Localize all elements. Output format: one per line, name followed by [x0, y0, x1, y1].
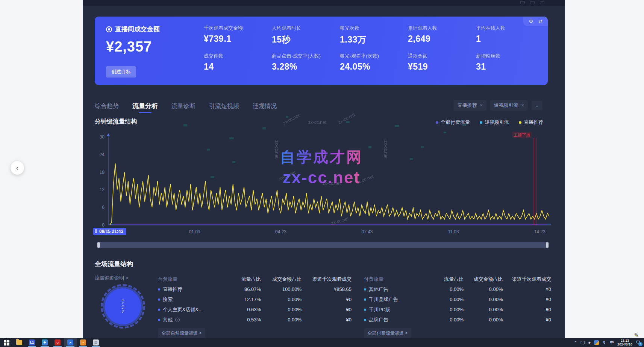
microphone-icon[interactable]: 🎙: [602, 340, 606, 345]
traffic-structure-title: 全场流量结构: [95, 260, 133, 268]
col-header: 付费流量: [364, 276, 427, 283]
kpi-metric: 曝光-观看率(次数)24.05%: [340, 53, 400, 78]
chart-range-slider[interactable]: [97, 242, 549, 248]
tag-remove-icon[interactable]: ×: [480, 103, 483, 108]
tab-综合趋势[interactable]: 综合趋势: [95, 102, 119, 113]
kpi-metric: 人均观看时长15秒: [272, 25, 332, 50]
tab-违规情况[interactable]: 违规情况: [253, 102, 277, 113]
kpi-metric: 商品点击-成交率(人数)3.28%: [272, 53, 332, 78]
paid-traffic-table: 付费流量流量占比成交金额占比渠道千次观看成交其他广告0.00%0.00%¥0千川…: [364, 274, 551, 338]
kpi-metric-value: 24.05%: [340, 62, 400, 72]
ime-indicator[interactable]: 中: [610, 340, 614, 345]
tray-chevron-icon[interactable]: ⌃: [574, 340, 577, 345]
channel-gpm: ¥0: [503, 307, 551, 312]
tab-流量分析[interactable]: 流量分析: [132, 102, 158, 113]
traffic-share: 0.53%: [223, 317, 261, 323]
tab-流量诊断[interactable]: 流量诊断: [171, 102, 195, 113]
traffic-donut-chart[interactable]: 86.07%: [101, 284, 145, 329]
taskbar-app-red-ring[interactable]: ○: [51, 338, 64, 347]
all-channels-link[interactable]: 全部自然流量渠道 >: [158, 328, 205, 338]
notepad-icon: ▤: [93, 339, 99, 345]
channel-label: 千川品牌广告: [369, 296, 398, 303]
filter-tag[interactable]: 短视频引流×: [490, 100, 528, 111]
legend-dot: [436, 121, 438, 124]
chart-legend: 全部付费流量短视频引流直播推荐: [436, 119, 543, 126]
table-row[interactable]: 千川品牌广告0.00%0.00%¥0: [364, 294, 551, 304]
info-icon[interactable]: ?: [175, 318, 180, 322]
banner-toolbar: ⚙ ⇄: [523, 17, 548, 26]
table-row[interactable]: 直播推荐86.07%100.00%¥858.65: [158, 284, 352, 294]
all-channels-link[interactable]: 全部付费流量渠道 >: [364, 328, 411, 338]
taskbar-app-L1[interactable]: L1: [26, 338, 38, 347]
legend-label: 全部付费流量: [441, 119, 470, 126]
titlebar-icon[interactable]: [540, 1, 544, 4]
channel-gpm: ¥0: [302, 307, 352, 312]
swap-icon[interactable]: ⇄: [538, 18, 542, 24]
taskbar-app-explorer[interactable]: [13, 338, 26, 347]
table-row[interactable]: 品牌广告0.00%0.00%¥0: [364, 315, 551, 325]
channel-dot: [364, 319, 366, 321]
legend-item-短视频引流[interactable]: 短视频引流: [480, 119, 509, 126]
taskbar-app-start[interactable]: [0, 338, 13, 347]
kpi-metric: 累计观看人数2,649: [408, 25, 468, 50]
taskbar-app-blue-cursor[interactable]: ➤: [64, 338, 77, 347]
filter-dropdown-chevron-icon[interactable]: ⌄: [532, 101, 542, 110]
legend-item-全部付费流量[interactable]: 全部付费流量: [436, 119, 470, 126]
gmv-share: 100.00%: [261, 286, 302, 292]
minute-traffic-chart[interactable]: 0612182430: [95, 132, 552, 227]
kpi-metrics: 千次观看成交金额¥739.1成交件数14人均观看时长15秒商品点击-成交率(人数…: [200, 25, 536, 78]
traffic-share: 0.00%: [427, 317, 464, 323]
channel-name: 千川PC版: [364, 306, 427, 313]
channel-dot: [364, 288, 366, 291]
channel-name: 其他广告: [364, 286, 427, 293]
taskbar-app-notepad[interactable]: ▤: [89, 338, 102, 347]
tray-app-icon[interactable]: [594, 340, 599, 345]
legend-dot: [480, 121, 482, 124]
titlebar-icon[interactable]: [530, 1, 535, 4]
channel-label: 其他广告: [369, 286, 388, 293]
speaker-icon[interactable]: 🕩: [588, 340, 591, 345]
filter-tag[interactable]: 直播推荐×: [454, 100, 486, 111]
table-row[interactable]: 其他?0.53%0.00%¥0: [158, 315, 352, 325]
channel-note-link[interactable]: 流量渠道说明 >: [95, 275, 128, 282]
tab-引流短视频[interactable]: 引流短视频: [209, 102, 239, 113]
gmv-share: 0.00%: [261, 317, 302, 323]
titlebar-icon[interactable]: [520, 1, 525, 4]
traffic-share: 0.63%: [223, 307, 261, 312]
table-row[interactable]: 个人主页&店铺&...0.63%0.00%¥0: [158, 304, 352, 315]
taskbar-clock[interactable]: 23:13 2024/8/16: [617, 339, 632, 346]
taskbar-app-teal-plus[interactable]: ✚: [38, 338, 51, 347]
channel-dot: [158, 309, 160, 311]
kpi-metric-label: 曝光-观看率(次数): [340, 53, 400, 59]
page-back-button[interactable]: ‹: [11, 161, 24, 175]
table-row[interactable]: 千川PC版0.00%0.00%¥0: [364, 304, 551, 315]
kpi-metric-label: 成交件数: [204, 53, 264, 59]
kpi-metric-label: 累计观看人数: [408, 25, 468, 32]
clock-date: 2024/8/16: [617, 342, 632, 346]
kpi-metric-label: 新增粉丝数: [476, 53, 536, 59]
svg-text:24: 24: [100, 152, 105, 157]
taskbar-app-orange-dot[interactable]: •: [77, 338, 89, 347]
time-start-badge[interactable]: 08/15 21:43: [93, 228, 126, 235]
range-slider-right-handle[interactable]: [546, 242, 549, 248]
network-icon[interactable]: 🖵: [580, 340, 585, 345]
analytics-tabs: 综合趋势流量分析流量诊断引流短视频违规情况: [95, 102, 277, 113]
gmv-share: 0.00%: [464, 307, 503, 312]
channel-name: 其他?: [158, 317, 223, 323]
app-plus-icon: ✚: [42, 339, 48, 345]
x-tick-label: 04:23: [275, 229, 286, 234]
gear-icon[interactable]: ⚙: [529, 18, 533, 24]
range-slider-left-handle[interactable]: [97, 242, 100, 248]
kpi-metric-value: 1.33万: [340, 34, 400, 46]
channel-label: 品牌广告: [369, 317, 388, 323]
table-row[interactable]: 其他广告0.00%0.00%¥0: [364, 284, 551, 294]
channel-gpm: ¥0: [503, 286, 551, 292]
create-goal-button[interactable]: 创建目标: [106, 66, 136, 78]
windows-taskbar: L1✚○➤•▤ ⌃ 🖵 🕩 🎙 中 23:13 2024/8/16 🗨3: [0, 338, 644, 347]
notification-icon[interactable]: 🗨3: [636, 340, 640, 345]
channel-label: 其他: [163, 317, 173, 323]
tag-remove-icon[interactable]: ×: [521, 103, 524, 108]
table-row[interactable]: 搜索12.17%0.00%¥0: [158, 294, 352, 304]
legend-item-直播推荐[interactable]: 直播推荐: [519, 119, 543, 126]
watermark-tile: zx-cc.net: [338, 112, 356, 125]
